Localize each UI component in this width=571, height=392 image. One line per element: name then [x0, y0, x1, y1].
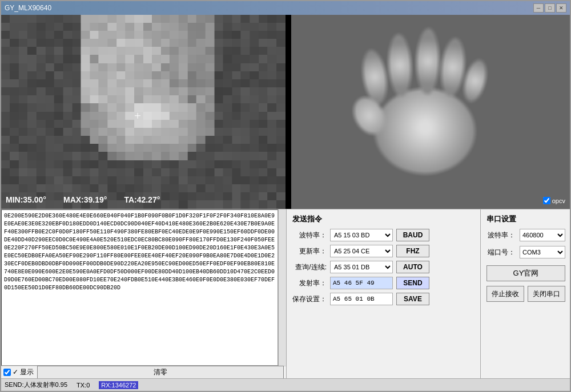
- top-section: MIN:35.00° MAX:39.19° TA:42.27° opcv: [1, 15, 570, 209]
- main-window: GY_MLX90640 ─ □ ✕ MIN:35.00° MAX:39.19° …: [0, 0, 571, 392]
- website-button[interactable]: GY官网: [486, 265, 565, 281]
- auto-button[interactable]: AUTO: [396, 261, 429, 273]
- bottom-section: 0E200E590E2D0E360E480E4E0E660E040F040F1B…: [1, 209, 570, 378]
- status-bar: SEND:人体发射率0.95 TX:0 RX:1346272: [1, 378, 570, 391]
- log-scrollbar[interactable]: [278, 209, 286, 366]
- display-checkbox[interactable]: [3, 369, 11, 376]
- min-temp-label: MIN:35.00°: [6, 195, 46, 204]
- content-area: MIN:35.00° MAX:39.19° TA:42.27° opcv 0E2…: [1, 15, 570, 391]
- serial-port-row: 端口号： COM3: [486, 246, 565, 258]
- max-temp-label: MAX:39.19°: [63, 195, 107, 204]
- baud-select[interactable]: A5 15 03 BD: [330, 229, 393, 241]
- save-label: 保存设置：: [292, 294, 327, 304]
- log-text-area[interactable]: 0E200E590E2D0E360E480E4E0E660E040F040F1B…: [1, 209, 278, 366]
- emit-label: 发射率：: [292, 278, 327, 288]
- send-commands-panel: 发送指令 波特率： A5 15 03 BD BAUD 更新率： A5 25 04…: [287, 209, 481, 378]
- update-row: 更新率： A5 25 04 CE FHZ: [292, 245, 475, 257]
- opcv-checkbox-area[interactable]: opcv: [543, 197, 565, 204]
- serial-port-label: 端口号：: [486, 248, 515, 257]
- display-checkbox-label[interactable]: ✓ 显示: [3, 367, 34, 377]
- title-bar: GY_MLX90640 ─ □ ✕: [1, 1, 570, 15]
- log-panel: 0E200E590E2D0E360E480E4E0E660E040F040F1B…: [1, 209, 287, 378]
- emit-value-box: A5 46 5F 49: [330, 277, 393, 289]
- send-commands-title: 发送指令: [292, 214, 475, 224]
- fhz-button[interactable]: FHZ: [396, 245, 429, 257]
- minimize-button[interactable]: ─: [533, 3, 544, 13]
- send-status: SEND:人体发射率0.95: [5, 381, 67, 389]
- serial-settings-panel: 串口设置 波特率： 460800 端口号： COM3 GY官网: [481, 209, 570, 378]
- maximize-button[interactable]: □: [545, 3, 555, 13]
- close-button[interactable]: ✕: [556, 3, 566, 13]
- log-bottom: ✓ 显示 清零: [1, 366, 286, 378]
- serial-baud-label: 波特率：: [486, 231, 515, 240]
- title-bar-buttons: ─ □ ✕: [533, 3, 566, 13]
- thermal-video-left: MIN:35.00° MAX:39.19° TA:42.27°: [1, 15, 286, 209]
- query-label: 查询/连续:: [292, 262, 327, 272]
- ta-temp-label: TA:42.27°: [124, 195, 160, 204]
- opcv-checkbox[interactable]: [543, 197, 550, 204]
- action-buttons: 停止接收 关闭串口: [486, 286, 565, 302]
- stop-receive-button[interactable]: 停止接收: [486, 286, 524, 302]
- log-row: 0E200E590E2D0E360E480E4E0E660E040F040F1B…: [1, 209, 286, 366]
- close-serial-button[interactable]: 关闭串口: [528, 286, 565, 302]
- baud-label: 波特率：: [292, 231, 327, 240]
- tx-status: TX:0: [77, 382, 90, 389]
- query-row: 查询/连续: A5 35 01 DB AUTO: [292, 261, 475, 273]
- save-row: 保存设置： SAVE: [292, 293, 475, 305]
- query-select[interactable]: A5 35 01 DB: [330, 261, 393, 273]
- save-button[interactable]: SAVE: [396, 293, 429, 305]
- video-overlay: MIN:35.00° MAX:39.19° TA:42.27°: [6, 195, 160, 204]
- opcv-label: opcv: [552, 197, 565, 204]
- display-label: ✓ 显示: [13, 367, 34, 377]
- processed-video-right: opcv: [291, 15, 570, 209]
- serial-settings: 串口设置 波特率： 460800 端口号： COM3: [486, 214, 565, 258]
- update-label: 更新率：: [292, 246, 327, 256]
- com-port-select[interactable]: COM3: [520, 246, 565, 258]
- title-bar-left: GY_MLX90640: [5, 4, 51, 12]
- thermal-canvas: [1, 15, 286, 209]
- blur-canvas: [291, 15, 570, 209]
- serial-baud-row: 波特率： 460800: [486, 229, 565, 241]
- save-input[interactable]: [330, 293, 393, 305]
- window-title: GY_MLX90640: [5, 4, 51, 12]
- serial-title: 串口设置: [486, 214, 565, 224]
- update-select[interactable]: A5 25 04 CE: [330, 245, 393, 257]
- baud-rate-select[interactable]: 460800: [520, 229, 565, 241]
- clear-button[interactable]: 清零: [37, 366, 284, 379]
- emit-value: A5 46 5F 49: [333, 280, 375, 286]
- send-button[interactable]: SEND: [396, 277, 429, 289]
- rx-status: RX:1346272: [99, 381, 138, 389]
- emit-row: 发射率： A5 46 5F 49 SEND: [292, 277, 475, 289]
- baud-row: 波特率： A5 15 03 BD BAUD: [292, 229, 475, 241]
- baud-button[interactable]: BAUD: [396, 229, 429, 241]
